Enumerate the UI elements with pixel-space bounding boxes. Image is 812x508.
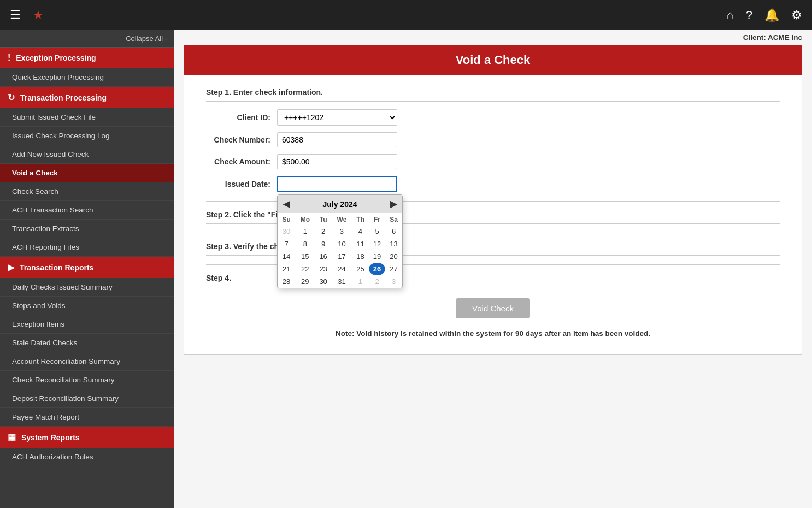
cal-day-1-6[interactable]: 13 — [385, 238, 402, 250]
sidebar-item-stops-voids[interactable]: Stops and Voids — [0, 297, 174, 315]
sidebar-item-stale-dated[interactable]: Stale Dated Checks — [0, 334, 174, 352]
cal-day-4-1[interactable]: 29 — [295, 275, 315, 288]
cal-day-1-5[interactable]: 12 — [369, 238, 385, 250]
calendar-prev-button[interactable]: ◀ — [283, 199, 290, 209]
cal-day-2-4[interactable]: 18 — [352, 250, 369, 263]
cal-day-0-1[interactable]: 1 — [295, 225, 315, 238]
calendar-next-button[interactable]: ▶ — [390, 199, 397, 209]
cal-day-0-3[interactable]: 3 — [332, 225, 352, 238]
settings-icon[interactable]: ⚙ — [791, 8, 802, 22]
cal-header-tu: Tu — [315, 213, 331, 225]
date-input-wrapper: ◀ July 2024 ▶ Su Mo Tu — [277, 176, 397, 192]
sidebar-item-ach-transaction-search[interactable]: ACH Transaction Search — [0, 201, 174, 220]
cal-day-4-3[interactable]: 31 — [332, 275, 352, 288]
cal-day-0-0[interactable]: 30 — [278, 225, 295, 238]
menu-icon[interactable]: ☰ — [10, 8, 21, 22]
cal-day-2-5[interactable]: 19 — [369, 250, 385, 263]
check-amount-row: Check Amount: — [206, 154, 780, 169]
help-icon[interactable]: ? — [746, 8, 752, 22]
sidebar-item-issued-log[interactable]: Issued Check Processing Log — [0, 127, 174, 145]
calendar-month-year: July 2024 — [322, 200, 357, 209]
cal-day-1-2[interactable]: 9 — [315, 238, 331, 250]
cal-day-2-1[interactable]: 15 — [295, 250, 315, 263]
form-section: Step 1. Enter check information. Client … — [184, 88, 802, 338]
notifications-icon[interactable]: 🔔 — [764, 8, 779, 22]
transaction-reports-icon: ▶ — [8, 262, 14, 273]
sidebar-item-deposit-recon[interactable]: Deposit Reconciliation Summary — [0, 389, 174, 408]
check-amount-label: Check Amount: — [206, 157, 277, 166]
sidebar-item-quick-exception[interactable]: Quick Exception Processing — [0, 68, 174, 87]
collapse-all-button[interactable]: Collapse All - — [0, 30, 174, 48]
client-id-select[interactable]: +++++1202 — [277, 109, 397, 126]
transaction-processing-icon: ↻ — [8, 92, 15, 103]
check-amount-input[interactable] — [277, 154, 397, 169]
layout: Collapse All - ! Exception Processing Qu… — [0, 30, 812, 508]
client-id-row: Client ID: +++++1202 — [206, 109, 780, 126]
sidebar-item-payee-match[interactable]: Payee Match Report — [0, 408, 174, 427]
cal-day-0-2[interactable]: 2 — [315, 225, 331, 238]
cal-day-1-1[interactable]: 8 — [295, 238, 315, 250]
sidebar-item-ach-reporting-files[interactable]: ACH Reporting Files — [0, 238, 174, 257]
cal-day-2-3[interactable]: 17 — [332, 250, 352, 263]
page-title: Void a Check — [184, 45, 802, 75]
calendar-grid: Su Mo Tu We Th Fr Sa — [278, 213, 402, 288]
cal-header-fr: Fr — [369, 213, 385, 225]
cal-day-4-4[interactable]: 1 — [352, 275, 369, 288]
home-icon[interactable]: ⌂ — [726, 8, 733, 22]
void-check-button[interactable]: Void Check — [456, 298, 530, 318]
sidebar-item-ach-auth-rules[interactable]: ACH Authorization Rules — [0, 448, 174, 466]
cal-day-4-5[interactable]: 2 — [369, 275, 385, 288]
check-number-input[interactable] — [277, 132, 397, 147]
favorites-icon[interactable]: ★ — [33, 8, 44, 22]
check-number-row: Check Number: — [206, 132, 780, 147]
sidebar-item-daily-checks[interactable]: Daily Checks Issued Summary — [0, 278, 174, 297]
sidebar-item-add-new-issued[interactable]: Add New Issued Check — [0, 145, 174, 164]
cal-day-3-2[interactable]: 23 — [315, 263, 331, 275]
cal-day-3-5[interactable]: 26 — [369, 263, 385, 275]
step2-text: Click the "Fi... — [233, 210, 284, 219]
sidebar-item-void-check[interactable]: Void a Check — [0, 164, 174, 182]
cal-day-3-6[interactable]: 27 — [385, 263, 402, 275]
cal-day-2-6[interactable]: 20 — [385, 250, 402, 263]
exception-processing-icon: ! — [8, 53, 10, 63]
issued-date-row: Issued Date: ◀ July 2024 ▶ — [206, 176, 780, 192]
sidebar-section-transaction-reports[interactable]: ▶ Transaction Reports — [0, 257, 174, 278]
sidebar-section-exception-processing[interactable]: ! Exception Processing — [0, 48, 174, 68]
cal-day-4-2[interactable]: 30 — [315, 275, 331, 288]
cal-day-1-4[interactable]: 11 — [352, 238, 369, 250]
cal-day-3-4[interactable]: 25 — [352, 263, 369, 275]
cal-header-mo: Mo — [295, 213, 315, 225]
cal-day-0-6[interactable]: 6 — [385, 225, 402, 238]
client-bar: Client: ACME Inc — [174, 30, 812, 45]
step1-label: Step 1. Enter check information. — [206, 88, 780, 102]
cal-day-0-5[interactable]: 5 — [369, 225, 385, 238]
issued-date-input[interactable] — [277, 176, 397, 192]
cal-day-2-2[interactable]: 16 — [315, 250, 331, 263]
client-id-label: Client ID: — [206, 113, 277, 122]
issued-date-label: Issued Date: — [206, 180, 277, 188]
cal-day-3-1[interactable]: 22 — [295, 263, 315, 275]
cal-day-4-0[interactable]: 28 — [278, 275, 295, 288]
sidebar-item-transaction-extracts[interactable]: Transaction Extracts — [0, 220, 174, 238]
sidebar-section-transaction-processing[interactable]: ↻ Transaction Processing — [0, 87, 174, 108]
sidebar-item-check-recon[interactable]: Check Reconciliation Summary — [0, 371, 174, 389]
cal-day-2-0[interactable]: 14 — [278, 250, 295, 263]
cal-day-1-0[interactable]: 7 — [278, 238, 295, 250]
sidebar-section-system-reports[interactable]: ▦ System Reports — [0, 427, 174, 448]
cal-day-4-6[interactable]: 3 — [385, 275, 402, 288]
cal-day-3-3[interactable]: 24 — [332, 263, 352, 275]
cal-day-3-0[interactable]: 21 — [278, 263, 295, 275]
system-reports-label: System Reports — [21, 433, 80, 442]
sidebar-item-submit-issued[interactable]: Submit Issued Check File — [0, 108, 174, 127]
exception-processing-label: Exception Processing — [16, 54, 96, 62]
transaction-reports-label: Transaction Reports — [20, 263, 93, 272]
calendar-popup: ◀ July 2024 ▶ Su Mo Tu — [277, 194, 403, 288]
cal-day-1-3[interactable]: 10 — [332, 238, 352, 250]
sidebar-item-check-search[interactable]: Check Search — [0, 182, 174, 201]
cal-day-0-4[interactable]: 4 — [352, 225, 369, 238]
calendar-header: ◀ July 2024 ▶ — [278, 195, 402, 213]
cal-header-we: We — [332, 213, 352, 225]
sidebar-item-exception-items[interactable]: Exception Items — [0, 315, 174, 334]
top-nav-left: ☰ ★ — [10, 8, 44, 22]
sidebar-item-account-recon[interactable]: Account Reconciliation Summary — [0, 352, 174, 371]
